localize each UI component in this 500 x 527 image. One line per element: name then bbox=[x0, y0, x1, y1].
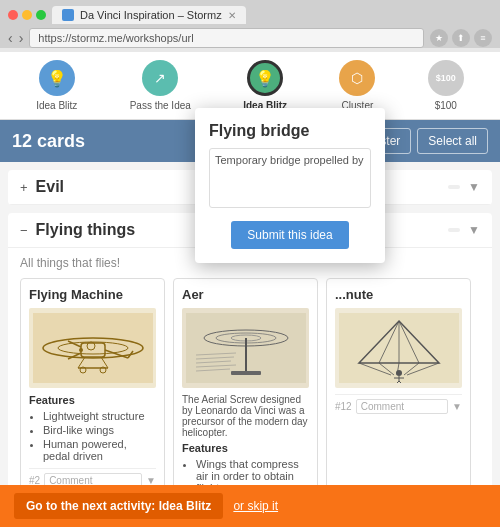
window-controls bbox=[8, 10, 46, 20]
card-flying-machine-title: Flying Machine bbox=[29, 287, 156, 302]
step-cluster[interactable]: ⬡ Cluster bbox=[339, 60, 375, 111]
tab-label: Da Vinci Inspiration – Stormz bbox=[80, 9, 222, 21]
cards-count: 12 cards bbox=[12, 131, 85, 152]
list-item: Human powered, pedal driven bbox=[43, 438, 156, 462]
browser-action-buttons: ★ ⬆ ≡ bbox=[430, 29, 492, 47]
step-label-pass-idea: Pass the Idea bbox=[130, 100, 191, 111]
step-circle-pass-idea: ↗ bbox=[142, 60, 178, 96]
close-window-button[interactable] bbox=[8, 10, 18, 20]
maximize-window-button[interactable] bbox=[36, 10, 46, 20]
step-idea-blitz-2[interactable]: 💡 Idea Blitz bbox=[243, 60, 287, 111]
card-flying-machine-features-title: Features bbox=[29, 394, 156, 406]
card-parachute-title: ...nute bbox=[335, 287, 462, 302]
tab-favicon bbox=[62, 9, 74, 21]
select-all-button[interactable]: Select all bbox=[417, 128, 488, 154]
tab-close-button[interactable]: ✕ bbox=[228, 10, 236, 21]
step-circle-cluster: ⬡ bbox=[339, 60, 375, 96]
card-number: #12 bbox=[335, 401, 352, 412]
card-parachute-footer: #12 Comment ▼ bbox=[335, 394, 462, 414]
card-flying-machine-image bbox=[29, 308, 156, 388]
card-aerial-screw-features-title: Features bbox=[182, 442, 309, 454]
comment-input[interactable]: Comment bbox=[356, 399, 448, 414]
card-flying-machine-features-list: Lightweight structure Bird-like wings Hu… bbox=[29, 410, 156, 462]
step-circle-idea-blitz-1: 💡 bbox=[39, 60, 75, 96]
minimize-window-button[interactable] bbox=[22, 10, 32, 20]
svg-rect-0 bbox=[33, 313, 153, 383]
step-pass-idea[interactable]: ↗ Pass the Idea bbox=[130, 60, 191, 111]
cluster-flying-things-title: Flying things bbox=[36, 221, 136, 239]
skip-link[interactable]: or skip it bbox=[233, 499, 278, 513]
cluster-evil-count bbox=[448, 185, 460, 189]
add-idea-popup: Flying bridge Temporary bridge propelled… bbox=[195, 108, 385, 263]
forward-button[interactable]: › bbox=[19, 30, 24, 46]
cluster-flying-things-arrow: ▼ bbox=[468, 223, 480, 237]
list-item: Bird-like wings bbox=[43, 424, 156, 436]
step-label-hundred: $100 bbox=[435, 100, 457, 111]
svg-rect-20 bbox=[231, 371, 261, 375]
aerial-screw-svg bbox=[186, 313, 306, 383]
svg-point-36 bbox=[396, 370, 402, 376]
browser-tab[interactable]: Da Vinci Inspiration – Stormz ✕ bbox=[52, 6, 246, 24]
popup-title: Flying bridge bbox=[209, 122, 371, 140]
card-aerial-screw-image bbox=[182, 308, 309, 388]
list-item: Lightweight structure bbox=[43, 410, 156, 422]
bookmark-icon[interactable]: ★ bbox=[430, 29, 448, 47]
card-aerial-screw-title: Aer bbox=[182, 287, 309, 302]
card-parachute-image bbox=[335, 308, 462, 388]
cluster-evil-arrow: ▼ bbox=[468, 180, 480, 194]
cluster-flying-things-toggle[interactable]: − bbox=[20, 223, 28, 238]
share-icon[interactable]: ⬆ bbox=[452, 29, 470, 47]
bottom-bar: Go to the next activity: Idea Blitz or s… bbox=[0, 485, 500, 527]
svg-point-8 bbox=[79, 348, 83, 352]
parachute-svg bbox=[339, 313, 459, 383]
step-hundred[interactable]: $100 $100 bbox=[428, 60, 464, 111]
cluster-flying-things-count bbox=[448, 228, 460, 232]
url-bar[interactable]: https://stormz.me/workshops/url bbox=[29, 28, 424, 48]
card-menu-icon[interactable]: ▼ bbox=[452, 401, 462, 412]
cluster-evil-title: Evil bbox=[36, 178, 64, 196]
popup-textarea[interactable]: Temporary bridge propelled by bbox=[209, 148, 371, 208]
next-activity-button[interactable]: Go to the next activity: Idea Blitz bbox=[14, 493, 223, 519]
submit-idea-button[interactable]: Submit this idea bbox=[231, 221, 348, 249]
browser-chrome: Da Vinci Inspiration – Stormz ✕ ‹ › http… bbox=[0, 0, 500, 48]
step-circle-idea-blitz-2: 💡 bbox=[247, 60, 283, 96]
url-bar-row: ‹ › https://stormz.me/workshops/url ★ ⬆ … bbox=[8, 28, 492, 48]
card-aerial-screw-description: The Aerial Screw designed by Leonardo da… bbox=[182, 394, 309, 438]
flying-machine-svg bbox=[33, 313, 153, 383]
browser-top-bar: Da Vinci Inspiration – Stormz ✕ bbox=[8, 6, 492, 24]
step-label-idea-blitz-1: Idea Blitz bbox=[36, 100, 77, 111]
cluster-evil-toggle[interactable]: + bbox=[20, 180, 28, 195]
back-button[interactable]: ‹ bbox=[8, 30, 13, 46]
step-circle-hundred: $100 bbox=[428, 60, 464, 96]
step-idea-blitz-1[interactable]: 💡 Idea Blitz bbox=[36, 60, 77, 111]
menu-icon[interactable]: ≡ bbox=[474, 29, 492, 47]
